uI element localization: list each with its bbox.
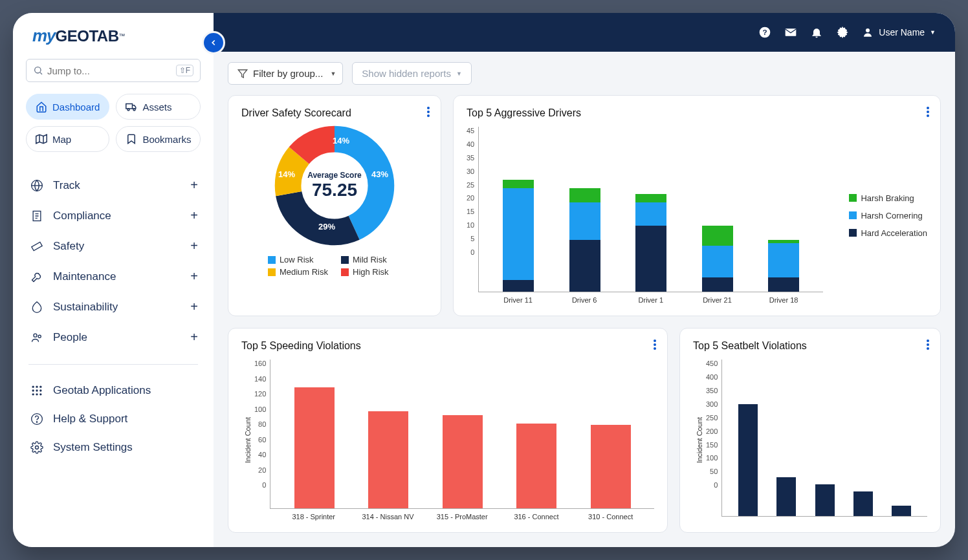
nav-label: Geotab Applications [53, 384, 198, 397]
svg-rect-11 [32, 242, 42, 250]
divider [28, 364, 198, 365]
nav-safety[interactable]: Safety + [22, 231, 204, 261]
grid-icon [28, 384, 45, 397]
svg-point-42 [654, 339, 656, 342]
expand-icon[interactable]: + [190, 239, 198, 253]
svg-point-22 [39, 393, 41, 395]
pill-label: Dashboard [52, 102, 100, 113]
card-title: Top 5 Seatbelt Violations [693, 340, 927, 352]
card-menu-button[interactable] [653, 339, 657, 353]
nav-compliance[interactable]: Compliance + [22, 200, 204, 231]
svg-point-32 [427, 107, 430, 109]
app-frame: my GEOTAB ™ ⇧F Dashboard Assets [13, 13, 955, 547]
chevron-down-icon: ▼ [456, 70, 462, 77]
filter-row: Filter by group... ▼ Show hidden reports… [214, 52, 955, 95]
svg-text:?: ? [763, 28, 767, 36]
expand-icon[interactable]: + [190, 299, 198, 314]
topbar: ? User Name ▼ [214, 13, 955, 52]
svg-point-3 [127, 109, 129, 111]
svg-point-40 [927, 111, 929, 113]
svg-point-46 [927, 343, 929, 346]
user-icon [862, 27, 874, 38]
show-hidden-reports-button[interactable]: Show hidden reports ▼ [352, 62, 472, 85]
svg-point-39 [927, 107, 929, 109]
nav-sustainability[interactable]: Sustainability + [22, 292, 204, 322]
legend-label: Low Risk [280, 255, 314, 264]
collapse-sidebar-button[interactable] [202, 31, 225, 54]
ruler-icon [28, 240, 45, 253]
truck-icon [126, 101, 137, 113]
mail-icon[interactable] [784, 26, 797, 39]
filter-label: Filter by group... [253, 68, 323, 79]
nav-track[interactable]: Track + [22, 170, 204, 200]
nav-label: Track [53, 179, 190, 192]
nav-label: System Settings [53, 441, 198, 454]
svg-point-17 [32, 389, 34, 391]
help-icon[interactable]: ? [758, 26, 771, 39]
bell-icon[interactable] [810, 26, 823, 39]
legend-label: Harsh Braking [861, 193, 914, 203]
svg-point-33 [427, 111, 430, 113]
svg-point-16 [39, 386, 41, 388]
home-icon [36, 101, 47, 113]
svg-point-4 [133, 109, 135, 111]
expand-icon[interactable]: + [190, 178, 198, 193]
logo-prefix: my [32, 26, 56, 46]
expand-icon[interactable]: + [190, 269, 198, 284]
card-menu-button[interactable] [926, 339, 930, 353]
aggressive-bar-chart: 454035302520151050 Driver 11Driver 6Driv… [467, 127, 823, 304]
nav-help[interactable]: Help & Support [22, 405, 204, 433]
seatbelt-bar-chart: 450400350300250200150100500 [706, 360, 927, 521]
chevron-down-icon: ▼ [330, 70, 336, 77]
svg-point-14 [32, 386, 34, 388]
people-icon [28, 331, 45, 344]
pill-map[interactable]: Map [26, 126, 109, 152]
jump-to-search[interactable]: ⇧F [26, 59, 201, 82]
gear-icon [28, 441, 45, 454]
pill-assets[interactable]: Assets [116, 94, 201, 120]
svg-marker-5 [36, 135, 47, 144]
nav-label: People [53, 331, 190, 344]
filter-by-group-button[interactable]: Filter by group... [228, 62, 333, 85]
nav-label: Compliance [53, 210, 190, 222]
svg-point-24 [36, 422, 37, 422]
card-menu-button[interactable] [926, 106, 930, 120]
nav-label: Safety [53, 240, 190, 253]
svg-point-41 [927, 114, 929, 117]
search-shortcut: ⇧F [176, 65, 193, 76]
expand-icon[interactable]: + [190, 330, 198, 345]
filter-group-dropdown[interactable]: ▼ [324, 62, 343, 85]
search-input[interactable] [47, 65, 176, 76]
username: User Name [879, 27, 925, 38]
pill-label: Bookmarks [142, 134, 191, 145]
nav-label: Maintenance [53, 270, 190, 283]
svg-point-45 [927, 339, 929, 342]
nav-label: Sustainability [53, 301, 190, 314]
pill-bookmarks[interactable]: Bookmarks [116, 126, 201, 152]
user-menu[interactable]: User Name ▼ [862, 27, 936, 38]
logo: my GEOTAB ™ [13, 13, 214, 52]
y-axis-label: Incident Count [693, 417, 706, 463]
y-axis-label: Incident Count [241, 417, 254, 463]
nav-label: Help & Support [53, 413, 198, 425]
svg-point-47 [927, 347, 929, 350]
expand-icon[interactable]: + [190, 208, 198, 223]
card-title: Driver Safety Scorecard [241, 107, 428, 119]
aggressive-legend: Harsh Braking Harsh Cornering Hard Accel… [823, 127, 927, 304]
donut-center-label: Average Score [307, 171, 362, 180]
nav-system[interactable]: System Settings [22, 433, 204, 462]
nav-people[interactable]: People + [22, 322, 204, 352]
svg-point-12 [34, 334, 37, 337]
nav-applications[interactable]: Geotab Applications [22, 376, 204, 405]
donut-pct-mild: 29% [318, 222, 335, 232]
card-title: Top 5 Speeding Violations [241, 340, 654, 352]
gear-icon[interactable] [836, 26, 849, 39]
nav-maintenance[interactable]: Maintenance + [22, 261, 204, 292]
pill-dashboard[interactable]: Dashboard [26, 94, 109, 120]
svg-point-19 [39, 389, 41, 391]
donut-pct-low: 43% [371, 169, 388, 179]
svg-point-18 [36, 389, 38, 391]
card-menu-button[interactable] [426, 106, 430, 120]
donut-chart: Average Score 75.25 43% 29% 14% 14% [273, 124, 396, 247]
receipt-icon [28, 210, 45, 222]
